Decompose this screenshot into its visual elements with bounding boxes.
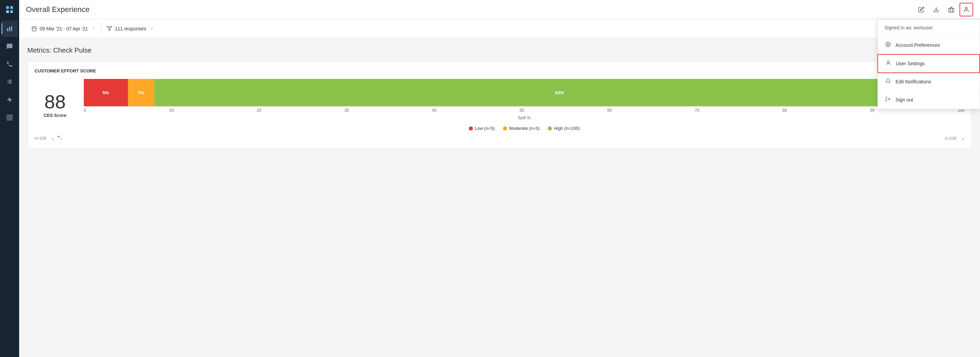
chart-legend: Low (n=5) Moderate (n=3) High (n=100)	[84, 126, 965, 131]
legend-dot-low	[469, 126, 473, 130]
svg-rect-0	[7, 28, 8, 31]
sidebar-item-analytics[interactable]	[2, 21, 18, 37]
building-button[interactable]	[945, 3, 958, 16]
chart-card: CUSTOMER EFFORT SCORE 88 CES Score	[27, 61, 972, 149]
ces-score-section: 88 CES Score	[35, 92, 76, 118]
bar-label-high: 93%	[555, 90, 564, 95]
svg-marker-17	[107, 27, 111, 31]
user-dropdown-menu: Signed in as: wxmuser Account Preference…	[877, 19, 980, 109]
footer-left-icon[interactable]	[49, 135, 54, 141]
bar-chart-section: 5% 3% 93%	[84, 79, 965, 131]
bar-axis: 0 10 20 30 40 50 60 70 80 90 100	[84, 106, 965, 114]
sidebar-item-grid[interactable]	[2, 109, 18, 126]
footer-right-count: n=108	[945, 136, 956, 141]
account-preferences-label: Account Preferences	[896, 42, 940, 48]
bar-label-moderate: 3%	[138, 90, 144, 95]
date-range-label: 09 Mar '21 - 07 Apr '21	[40, 26, 88, 32]
download-button[interactable]	[929, 3, 943, 16]
edit-button[interactable]	[914, 3, 928, 16]
bar-segment-low: 5%	[84, 79, 128, 106]
sidebar-item-share[interactable]	[2, 74, 18, 90]
responses-label: 111 responses	[115, 26, 146, 32]
responses-filter[interactable]: 111 responses ▼	[101, 23, 159, 34]
axis-70: 70	[695, 108, 699, 113]
axis-50: 50	[520, 108, 524, 113]
axis-40: 40	[432, 108, 436, 113]
dropdown-signed-in: Signed in as: wxmuser	[878, 19, 980, 36]
svg-rect-1	[9, 27, 10, 32]
svg-rect-7	[10, 118, 12, 120]
user-settings-label: User Settings	[896, 61, 924, 66]
axis-0: 0	[84, 108, 86, 113]
svg-rect-6	[7, 118, 9, 120]
dropdown-item-user-settings[interactable]: User Settings	[877, 54, 980, 73]
bar-stack: 5% 3% 93%	[84, 79, 965, 106]
calendar-icon	[32, 26, 37, 32]
svg-point-20	[887, 44, 889, 45]
sign-out-icon	[885, 96, 891, 103]
responses-filter-arrow: ▼	[150, 27, 154, 30]
bell-icon	[885, 78, 891, 85]
page-title: Overall Experience	[26, 5, 914, 14]
axis-90: 90	[870, 108, 875, 113]
date-filter[interactable]: 09 Mar '21 - 07 Apr '21 ▼	[26, 23, 101, 34]
axis-30: 30	[344, 108, 349, 113]
filter-bar: 09 Mar '21 - 07 Apr '21 ▼ 111 responses …	[19, 19, 980, 38]
app-logo[interactable]	[3, 3, 16, 16]
svg-rect-4	[7, 115, 9, 117]
svg-point-19	[962, 138, 964, 140]
dropdown-item-account-preferences[interactable]: Account Preferences	[878, 36, 980, 54]
axis-title: Split %	[84, 116, 965, 120]
svg-rect-5	[10, 115, 12, 117]
sidebar-item-phone[interactable]	[2, 56, 18, 72]
gear-icon	[885, 42, 891, 49]
bar-chart-wrapper: 5% 3% 93%	[84, 79, 965, 120]
chart-body: 88 CES Score 5%	[35, 79, 965, 131]
page-subtitle: Metrics: Check Pulse	[27, 46, 972, 54]
legend-label-moderate: Moderate (n=3)	[509, 126, 539, 131]
sidebar-item-chat[interactable]	[2, 38, 18, 55]
legend-item-moderate: Moderate (n=3)	[503, 126, 539, 131]
user-settings-icon	[885, 60, 892, 67]
axis-60: 60	[607, 108, 612, 113]
page-content: Metrics: Check Pulse CUSTOMER EFFORT SCO…	[19, 38, 980, 357]
footer-left-count: n=108	[35, 136, 46, 141]
bar-label-low: 5%	[103, 90, 109, 95]
legend-label-high: High (n=100)	[554, 126, 580, 131]
edit-notifications-label: Edit Notifications	[896, 79, 931, 84]
chart-footer: n=108 n=108	[35, 135, 965, 141]
sidebar-item-lightning[interactable]	[2, 92, 18, 108]
svg-rect-9	[949, 8, 954, 12]
legend-item-high: High (n=100)	[548, 126, 580, 131]
legend-item-low: Low (n=5)	[469, 126, 495, 131]
svg-point-18	[52, 138, 53, 140]
svg-rect-13	[32, 27, 36, 31]
svg-rect-2	[11, 26, 12, 32]
date-filter-arrow: ▼	[92, 27, 95, 30]
sign-out-label: Sign out	[896, 97, 913, 103]
dropdown-item-edit-notifications[interactable]: Edit Notifications	[878, 73, 980, 91]
chart-title: CUSTOMER EFFORT SCORE	[35, 68, 965, 73]
ces-number: 88	[35, 92, 76, 111]
filter-icon	[107, 26, 112, 32]
svg-point-21	[887, 61, 889, 62]
axis-10: 10	[169, 108, 174, 113]
user-menu-button[interactable]	[959, 3, 973, 16]
legend-label-low: Low (n=5)	[475, 126, 495, 131]
header-actions	[914, 3, 973, 16]
axis-20: 20	[257, 108, 261, 113]
page-header: Overall Experience	[19, 0, 980, 19]
svg-point-12	[965, 7, 967, 9]
footer-right-icon[interactable]	[959, 135, 965, 141]
legend-dot-moderate	[503, 126, 507, 130]
ces-label: CES Score	[35, 113, 76, 118]
legend-dot-high	[548, 126, 552, 130]
footer-magic-icon[interactable]	[57, 135, 62, 141]
left-navigation	[0, 0, 19, 357]
bar-segment-high: 93%	[154, 79, 965, 106]
dropdown-item-sign-out[interactable]: Sign out	[878, 91, 980, 109]
bar-segment-moderate: 3%	[128, 79, 154, 106]
axis-80: 80	[782, 108, 787, 113]
